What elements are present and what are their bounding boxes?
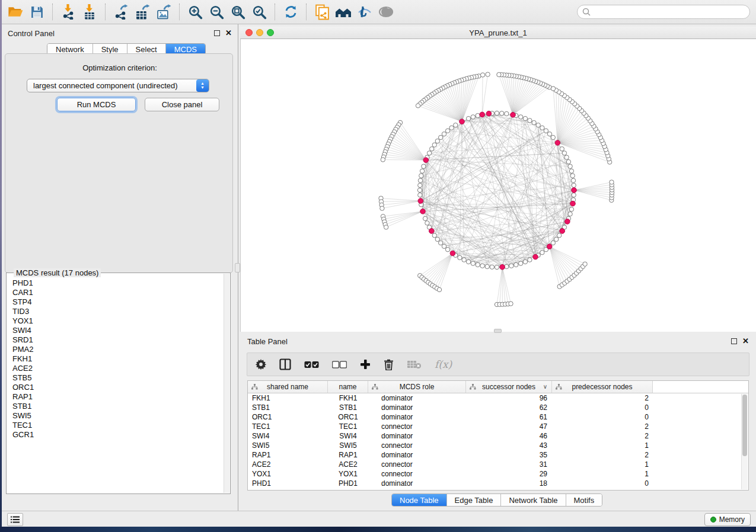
graph-hub-node[interactable] bbox=[572, 188, 577, 193]
table-cell[interactable]: connector bbox=[368, 460, 466, 469]
table-cell[interactable]: 46 bbox=[466, 431, 552, 441]
task-history-button[interactable] bbox=[7, 513, 23, 526]
refresh-button[interactable] bbox=[282, 3, 299, 21]
table-cell[interactable]: connector bbox=[368, 469, 466, 479]
graph-node[interactable] bbox=[422, 164, 426, 168]
memory-button[interactable]: Memory bbox=[704, 513, 751, 526]
graph-node[interactable] bbox=[551, 241, 555, 245]
graph-hub-node[interactable] bbox=[420, 209, 426, 214]
float-table-panel-icon[interactable] bbox=[731, 338, 737, 344]
graph-node[interactable] bbox=[419, 174, 423, 178]
table-cell[interactable]: RAP1 bbox=[328, 450, 368, 460]
table-cell[interactable]: 1 bbox=[552, 460, 653, 469]
function-builder-icon[interactable]: f(x) bbox=[435, 357, 452, 372]
table-cell[interactable] bbox=[653, 431, 748, 441]
graph-node[interactable] bbox=[540, 251, 544, 255]
mcds-result-item[interactable]: ORC1 bbox=[12, 383, 224, 392]
graph-node[interactable] bbox=[568, 164, 572, 168]
graph-node[interactable] bbox=[380, 206, 384, 210]
table-cell[interactable]: ACE2 bbox=[248, 460, 328, 469]
table-cell[interactable] bbox=[653, 469, 748, 479]
export-table-button[interactable] bbox=[133, 3, 151, 21]
close-panel-icon[interactable]: ✕ bbox=[225, 30, 232, 36]
graph-hub-node[interactable] bbox=[511, 113, 516, 118]
graph-node[interactable] bbox=[427, 151, 431, 155]
graph-node[interactable] bbox=[435, 237, 439, 241]
table-row[interactable]: ORC1ORC1dominator610 bbox=[248, 412, 748, 422]
export-image-button[interactable] bbox=[155, 3, 173, 21]
table-row[interactable]: STB1STB1dominator620 bbox=[248, 403, 748, 412]
graph-hub-node[interactable] bbox=[565, 219, 570, 225]
graph-node[interactable] bbox=[519, 115, 523, 119]
mcds-result-item[interactable]: TID3 bbox=[12, 307, 224, 316]
graph-node[interactable] bbox=[432, 143, 436, 147]
table-cell[interactable]: STB1 bbox=[328, 403, 368, 412]
open-folder-button[interactable] bbox=[7, 3, 24, 21]
table-cell[interactable]: connector bbox=[368, 441, 466, 450]
mcds-result-item[interactable]: STP4 bbox=[12, 297, 224, 307]
graph-node[interactable] bbox=[418, 193, 422, 197]
graph-hub-node[interactable] bbox=[486, 111, 492, 116]
table-cell[interactable]: 2 bbox=[552, 431, 653, 441]
zoom-out-button[interactable] bbox=[208, 3, 225, 21]
graph-node[interactable] bbox=[471, 115, 475, 119]
graph-hub-node[interactable] bbox=[480, 112, 485, 117]
table-cell[interactable]: SWI5 bbox=[328, 441, 368, 450]
network-graph[interactable] bbox=[241, 39, 756, 332]
table-cell[interactable]: 18 bbox=[466, 479, 552, 488]
graph-node[interactable] bbox=[528, 258, 532, 262]
mcds-result-item[interactable]: FKH1 bbox=[12, 354, 224, 364]
graph-node[interactable] bbox=[476, 113, 480, 117]
table-cell[interactable]: 62 bbox=[466, 403, 552, 412]
graph-node[interactable] bbox=[462, 258, 466, 262]
close-panel-button[interactable]: Close panel bbox=[145, 98, 219, 111]
mcds-result-item[interactable]: STB5 bbox=[12, 373, 224, 383]
network-canvas[interactable] bbox=[240, 39, 756, 332]
optimization-criterion-dropdown[interactable]: largest connected component (undirected)… bbox=[27, 79, 209, 92]
graph-node[interactable] bbox=[430, 147, 434, 151]
graph-node[interactable] bbox=[442, 132, 446, 136]
graph-node[interactable] bbox=[486, 72, 490, 76]
table-cell[interactable]: dominator bbox=[368, 403, 466, 412]
graph-hub-node[interactable] bbox=[560, 229, 565, 234]
table-cell[interactable]: 1 bbox=[552, 441, 653, 450]
graph-hub-node[interactable] bbox=[429, 229, 435, 234]
column-header-successor-nodes[interactable]: successor nodes ∨ bbox=[466, 381, 552, 393]
table-cell[interactable]: 43 bbox=[466, 441, 552, 450]
table-row[interactable]: ACE2ACE2connector311 bbox=[248, 460, 748, 469]
graph-node[interactable] bbox=[523, 116, 527, 120]
table-cell[interactable]: 2 bbox=[552, 393, 653, 403]
table-row[interactable]: SWI4SWI4dominator462 bbox=[248, 431, 748, 441]
column-header-mcds-role[interactable]: MCDS role bbox=[368, 381, 466, 393]
mcds-result-item[interactable]: SWI5 bbox=[12, 411, 224, 421]
vertical-splitter-handle[interactable] bbox=[235, 263, 240, 273]
column-header-shared-name[interactable]: shared name bbox=[248, 381, 328, 393]
graph-node[interactable] bbox=[480, 264, 484, 268]
graph-node[interactable] bbox=[490, 265, 494, 269]
table-scrollbar-thumb[interactable] bbox=[742, 395, 747, 456]
table-cell[interactable] bbox=[653, 393, 748, 403]
table-row[interactable]: TEC1TEC1connector472 bbox=[248, 422, 748, 431]
table-settings-gear-icon[interactable] bbox=[256, 357, 266, 372]
graph-node[interactable] bbox=[432, 233, 436, 238]
graph-node[interactable] bbox=[445, 129, 449, 133]
table-row[interactable]: FKH1FKH1dominator962 bbox=[248, 393, 748, 403]
mcds-result-item[interactable]: TEC1 bbox=[12, 421, 224, 430]
graph-node[interactable] bbox=[540, 126, 544, 130]
mcds-result-item[interactable]: PHD1 bbox=[12, 278, 224, 288]
graph-node[interactable] bbox=[500, 111, 504, 116]
graph-node[interactable] bbox=[570, 174, 575, 178]
horizontal-splitter-handle[interactable] bbox=[494, 329, 502, 333]
graph-hub-node[interactable] bbox=[450, 251, 455, 256]
graph-node[interactable] bbox=[442, 244, 446, 248]
table-cell[interactable] bbox=[653, 450, 748, 460]
show-columns-icon[interactable] bbox=[279, 357, 291, 372]
table-cell[interactable]: connector bbox=[368, 422, 466, 431]
graph-node[interactable] bbox=[423, 216, 427, 220]
mcds-result-item[interactable]: GCR1 bbox=[12, 430, 224, 440]
graph-node[interactable] bbox=[466, 116, 470, 120]
graph-node[interactable] bbox=[466, 259, 470, 264]
hide-details-button[interactable] bbox=[356, 3, 374, 21]
table-cell[interactable]: 1 bbox=[552, 469, 653, 479]
mcds-result-item[interactable]: RAP1 bbox=[12, 392, 224, 402]
